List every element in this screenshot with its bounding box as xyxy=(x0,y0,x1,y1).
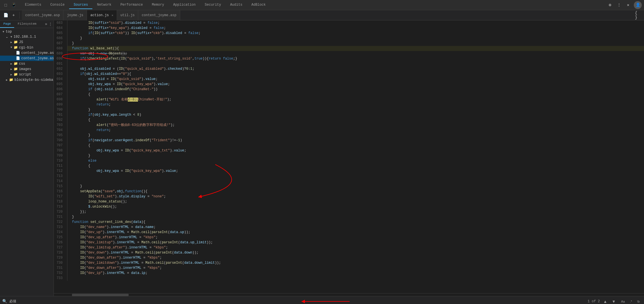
code-line-713: 713 xyxy=(54,174,644,179)
tab-security[interactable]: Security xyxy=(200,1,226,9)
tab-performance[interactable]: Performance xyxy=(116,1,147,9)
code-line-698: 698 alert("Wifi 名称必须以ChinaNet-开始!"); xyxy=(54,97,644,102)
tree-item-content1[interactable]: 📄 content_joyme.asp xyxy=(0,50,54,56)
file-tabs-list: content_joyme.asp joyme.js action.js ✕ u… xyxy=(22,10,634,20)
code-line-728: 728 ID("dev_down").innerHTML = Math.ceil… xyxy=(54,250,644,255)
code-line-689: 689 var obj = new Object(); xyxy=(54,51,644,56)
folder-icon-js: 📁 xyxy=(14,40,18,44)
file-tab-action-js[interactable]: action.js ✕ xyxy=(87,10,117,20)
code-line-719: 719 $.unlockWin(); xyxy=(54,204,644,209)
code-line-714: 714 xyxy=(54,179,644,184)
code-lines: 683 ID(suffix+"ssid").disabled = false; … xyxy=(54,20,644,281)
more-icon[interactable]: ⋮ xyxy=(616,2,622,9)
new-snippet-icon[interactable]: + xyxy=(10,12,17,19)
code-line-699: 699 return; xyxy=(54,102,644,107)
tree-label-content1: content_joyme.asp xyxy=(21,51,54,55)
tab-adblock[interactable]: AdBlock xyxy=(247,1,270,9)
word-button[interactable]: \b xyxy=(635,299,642,304)
file-tab-content-joyme-2[interactable]: content_joyme.asp xyxy=(138,10,180,20)
devtools-toolbar: ⬚ 📱 Elements Console Sources Network Per… xyxy=(0,0,644,10)
code-editor[interactable]: 683 ID(suffix+"ssid").disabled = false; … xyxy=(54,20,644,293)
sidebar-tab-page[interactable]: Page xyxy=(0,20,14,28)
code-editor-area: 683 ID(suffix+"ssid").disabled = false; … xyxy=(54,20,644,296)
search-icon: 🔍 xyxy=(2,299,7,304)
sidebar-more-icon[interactable]: » xyxy=(45,22,47,26)
folder-icon-images: 📁 xyxy=(14,67,18,71)
code-line-712: 712 obj.key_wpa = ID("quick_key_wpa").va… xyxy=(54,168,644,174)
code-line-700: 700 } xyxy=(54,107,644,112)
code-line-725: 725 ID("dev_up_after").innerHTML = "kbps… xyxy=(54,235,644,240)
code-line-695: 695 obj.key_wpa = ID("quick_key_wpa").va… xyxy=(54,82,644,87)
file-tab-label: content_joyme.asp xyxy=(142,13,176,17)
tab-application[interactable]: Application xyxy=(169,1,200,9)
tree-item-blockbyte[interactable]: ▶ 📁 blockbyte-bs-sidebar (about:blan xyxy=(0,77,54,83)
device-icon[interactable]: 📱 xyxy=(10,2,17,9)
tree-arrow-css: ▶ xyxy=(9,62,14,66)
code-line-705: 705 } xyxy=(54,133,644,138)
format-icon[interactable]: { } xyxy=(635,12,642,19)
file-tab-label: util.js xyxy=(120,13,135,17)
main-layout: Page Filesystem » ⋮ ▼ top ☁ ▼ 192.168.1.… xyxy=(0,20,644,296)
close-tab-icon[interactable]: ✕ xyxy=(112,14,113,17)
tree-item-content2[interactable]: 📄 content_joyme.asp xyxy=(0,56,54,61)
code-line-726: 726 ID("dev_limitup").innerHTML = Math.c… xyxy=(54,240,644,245)
file-tab-joyme-js[interactable]: joyme.js xyxy=(63,10,87,20)
code-line-702: 702 { xyxy=(54,117,644,123)
sidebar-dots-icon[interactable]: ⋮ xyxy=(48,22,52,27)
settings-icon[interactable]: ⚙ xyxy=(607,2,613,9)
file-icon-2: 📄 xyxy=(16,56,20,60)
sidebar-tab-filesystem[interactable]: Filesystem xyxy=(14,20,40,28)
tab-memory[interactable]: Memory xyxy=(147,1,169,9)
tree-item-images[interactable]: ▶ 📁 images xyxy=(0,66,54,72)
tab-sources[interactable]: Sources xyxy=(69,1,92,9)
tree-item-top[interactable]: ▼ top xyxy=(0,29,54,34)
code-line-723: 723 ID("dev_name").innerHTML = data.name… xyxy=(54,225,644,230)
code-line-701: 701 if(obj.key_wpa.length < 8) xyxy=(54,112,644,117)
tree-arrow-blockbyte: ▶ xyxy=(5,78,9,82)
tab-audits[interactable]: Audits xyxy=(226,1,247,9)
code-line-722: 722 function set_current_link_dev(data){ xyxy=(54,219,644,225)
search-input[interactable] xyxy=(9,299,296,303)
code-line-720: 720 }); xyxy=(54,209,644,214)
code-line-692: 692 obj.wl_disabled = (ID("quick_wl_disa… xyxy=(54,66,644,71)
search-match-count: 1 of 2 xyxy=(588,299,600,303)
tree-label-top: top xyxy=(6,30,54,34)
file-tab-util-js[interactable]: util.js xyxy=(117,10,138,20)
tree-arrow-top: ▼ xyxy=(1,30,6,33)
tree-item-cgi-bin[interactable]: ▼ 📁 cgi-bin xyxy=(0,45,54,50)
tree-item-js[interactable]: ▶ 📁 JS xyxy=(0,39,54,45)
case-sensitive-button[interactable]: Aa xyxy=(619,299,627,304)
code-line-691: 691 xyxy=(54,61,644,66)
cloud-icon: ☁ xyxy=(5,35,9,39)
tree-item-host[interactable]: ☁ ▼ 192.168.1.1 xyxy=(0,34,54,39)
close-devtools-icon[interactable]: ✕ xyxy=(625,2,632,9)
tree-item-script[interactable]: ▶ 📁 script xyxy=(0,72,54,77)
search-prev-button[interactable]: ▲ xyxy=(602,299,608,304)
code-line-717: 717 ID("wifi_set").style.display = "none… xyxy=(54,194,644,199)
folder-icon-blockbyte: 📁 xyxy=(9,78,13,82)
tab-elements[interactable]: Elements xyxy=(20,1,46,9)
code-line-733: 733 xyxy=(54,276,644,281)
folder-icon-cgi: 📁 xyxy=(14,45,18,50)
code-line-686: 686 } xyxy=(54,36,644,41)
toolbar-nav-icons: ⬚ 📱 xyxy=(2,2,17,9)
search-next-button[interactable]: ▼ xyxy=(611,299,617,304)
tree-arrow-js: ▶ xyxy=(9,41,14,44)
tree-item-css[interactable]: ▶ 📁 css xyxy=(0,61,54,66)
tab-console[interactable]: Console xyxy=(46,1,69,9)
tree-label-blockbyte: blockbyte-bs-sidebar (about:blan xyxy=(14,78,54,82)
file-tab-content-joyme-1[interactable]: content_joyme.asp xyxy=(22,10,63,20)
tab-network[interactable]: Network xyxy=(92,1,116,9)
inspect-icon[interactable]: ⬚ xyxy=(2,2,9,9)
horizontal-scrollbar[interactable] xyxy=(54,293,644,296)
code-line-683: 683 ID(suffix+"ssid").disabled = false; xyxy=(54,20,644,26)
code-line-721: 721 } xyxy=(54,214,644,219)
code-line-731: 731 ID("dev_down_after").innerHTML = "kb… xyxy=(54,265,644,271)
new-file-icon[interactable]: 📄 xyxy=(2,12,9,19)
tree-arrow-cgi: ▼ xyxy=(9,46,14,49)
regex-button[interactable]: .* xyxy=(628,299,634,304)
code-line-718: 718 loop_home_status(); xyxy=(54,199,644,204)
code-line-710: 710 else xyxy=(54,158,644,163)
code-line-697: 697 { xyxy=(54,92,644,97)
code-line-708: 708 obj.key_wpa = ID("quick_key_wpa_txt"… xyxy=(54,148,644,153)
